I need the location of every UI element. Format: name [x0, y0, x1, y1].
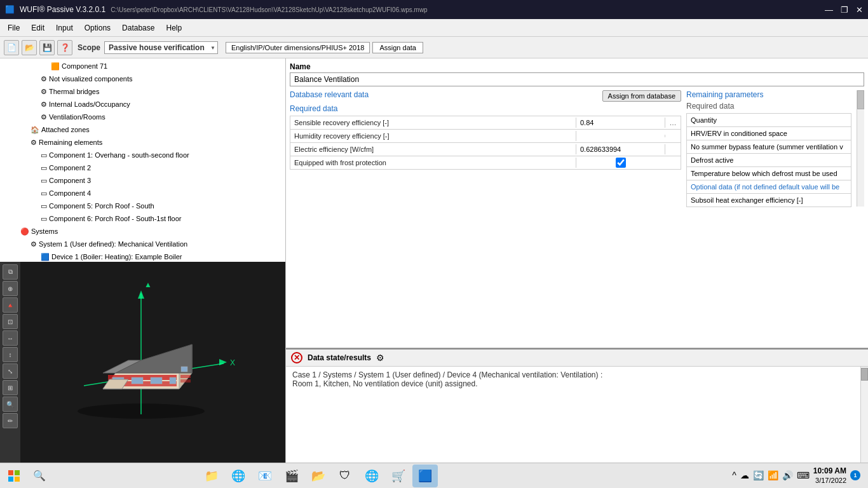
tree-item-5[interactable]: 🏠Attached zones	[0, 123, 285, 136]
left-panel: 🟧Component 71⚙Not visualized components⚙…	[0, 58, 286, 463]
tree-item-13[interactable]: 🔴Systems	[0, 225, 285, 238]
tree-item-15[interactable]: 🟦Device 1 (Boiler: Heating): Example Boi…	[0, 250, 285, 262]
tree-item-icon-9: ▭	[41, 177, 47, 185]
view-tool-9[interactable]: 🔍	[3, 396, 18, 412]
remaining-row-3: Defrost active	[686, 153, 851, 167]
tree-item-icon-8: ▭	[41, 164, 47, 172]
view-tool-3[interactable]: 🔺	[3, 297, 18, 313]
tree-item-label-15: Device 1 (Boiler: Heating): Example Boil…	[51, 253, 182, 261]
tree-item-2[interactable]: ⚙Thermal bridges	[0, 85, 285, 98]
system-tray-volume[interactable]: 🔊	[782, 470, 793, 480]
taskbar-app-folder2[interactable]: 📂	[306, 464, 331, 487]
remaining-row-0: Quantity	[686, 113, 851, 127]
toolbar-btn-save[interactable]: 💾	[39, 40, 55, 55]
maximize-btn[interactable]: ❐	[841, 5, 848, 15]
tree-item-14[interactable]: ⚙System 1 (User defined): Mechanical Ven…	[0, 238, 285, 250]
tree-item-icon-6: ⚙	[31, 139, 37, 147]
frost-checkbox[interactable]	[616, 158, 626, 168]
taskbar-clock[interactable]: 10:09 AM 3/17/2022	[813, 466, 846, 485]
toolbar-btn-new[interactable]: 📄	[4, 40, 19, 55]
system-tray-chevron[interactable]: ^	[732, 470, 736, 480]
menu-edit[interactable]: Edit	[26, 22, 50, 34]
toolbar-btn-open[interactable]: 📂	[22, 40, 37, 55]
system-tray-wifi[interactable]: 📶	[768, 470, 778, 480]
tree-item-label-2: Thermal bridges	[49, 88, 99, 95]
menu-options[interactable]: Options	[79, 22, 116, 34]
tree-item-4[interactable]: ⚙Ventilation/Rooms	[0, 111, 285, 123]
bottom-close-btn[interactable]: ✕	[291, 352, 302, 363]
tree-item-11[interactable]: ▭Component 5: Porch Roof - South	[0, 200, 285, 212]
tree-item-7[interactable]: ▭Component 1: Overhang - south-second fl…	[0, 149, 285, 161]
taskbar-app-store[interactable]: 🛒	[386, 464, 411, 487]
db-header-row: Database relevant data Assign from datab…	[290, 90, 681, 102]
view-tool-1[interactable]: ⧉	[3, 264, 18, 280]
taskbar-app-wufi[interactable]: 🟦	[412, 464, 438, 487]
remaining-row-5: Optional data (if not defined default va…	[686, 180, 851, 194]
tree-item-8[interactable]: ▭Component 2	[0, 161, 285, 174]
tree-item-icon-4: ⚙	[41, 113, 47, 121]
taskbar-start-btn[interactable]	[3, 466, 25, 486]
tree-item-10[interactable]: ▭Component 4	[0, 187, 285, 200]
field-action-0[interactable]: …	[665, 119, 681, 126]
bottom-title: Data state/results	[308, 353, 371, 362]
tree-item-label-3: Internal Loads/Occupancy	[49, 100, 130, 108]
taskbar-app-fileexplorer[interactable]: 📁	[199, 464, 224, 487]
menu-database[interactable]: Database	[117, 22, 159, 34]
view-tool-6[interactable]: ↕	[3, 347, 18, 362]
system-tray-refresh[interactable]: 🔄	[753, 470, 764, 480]
tree-item-0[interactable]: 🟧Component 71	[0, 60, 285, 72]
name-input[interactable]	[290, 72, 864, 86]
svg-text:▲: ▲	[144, 280, 152, 289]
tree-item-1[interactable]: ⚙Not visualized components	[0, 72, 285, 85]
full-right: Name Database relevant data Assign from …	[286, 58, 868, 463]
remaining-params-label: Remaining parameters	[686, 90, 851, 99]
field-label-2: Electric efficiency [W/cfm]	[290, 144, 576, 154]
tree-item-3[interactable]: ⚙Internal Loads/Occupancy	[0, 98, 285, 111]
toolbar: 📄 📂 💾 ❓ Scope Passive house verification…	[0, 37, 868, 58]
field-label-0: Sensible recovery efficiency [-]	[290, 118, 576, 128]
lang-button[interactable]: English/IP/Outer dimensions/PHIUS+ 2018	[226, 42, 370, 53]
scope-label: Scope	[78, 43, 100, 52]
menu-input[interactable]: Input	[51, 22, 78, 34]
menu-bar: File Edit Input Options Database Help	[0, 19, 868, 37]
view-tool-8[interactable]: ⊞	[3, 380, 18, 395]
taskbar-app-edge[interactable]: 🌐	[226, 464, 251, 487]
close-btn[interactable]: ✕	[856, 5, 863, 15]
bottom-header: ✕ Data state/results ⚙	[286, 349, 868, 367]
tree-item-icon-11: ▭	[41, 202, 47, 210]
toolbar-btn-help[interactable]: ❓	[57, 40, 72, 55]
tree-item-label-5: Attached zones	[41, 126, 90, 133]
bottom-scrollbar[interactable]	[860, 367, 868, 463]
view-tool-4[interactable]: ⊡	[3, 314, 18, 329]
bottom-gear-icon[interactable]: ⚙	[376, 353, 384, 363]
system-tray-cloud[interactable]: ☁	[740, 470, 749, 480]
assign-data-button[interactable]: Assign data	[372, 42, 423, 53]
remaining-required-label: Required data	[686, 102, 851, 111]
minimize-btn[interactable]: —	[825, 5, 833, 15]
field-row-3: Equipped with frost protection	[290, 156, 681, 170]
taskbar-app-security[interactable]: 🛡	[332, 464, 358, 487]
view-tool-2[interactable]: ⊕	[3, 281, 18, 296]
view-tool-10[interactable]: ✏	[3, 413, 18, 428]
tree-item-12[interactable]: ▭Component 6: Porch Roof - South-1st flo…	[0, 212, 285, 225]
tree-item-label-10: Component 4	[49, 189, 91, 197]
tree-item-9[interactable]: ▭Component 3	[0, 174, 285, 187]
svg-rect-14	[151, 377, 162, 384]
tree-item-icon-13: 🔴	[20, 227, 29, 236]
view-tool-7[interactable]: ⤡	[3, 363, 18, 379]
tree-area: 🟧Component 71⚙Not visualized components⚙…	[0, 58, 285, 262]
menu-help[interactable]: Help	[161, 22, 187, 34]
scope-dropdown[interactable]: Passive house verification	[104, 41, 218, 54]
assign-db-button[interactable]: Assign from database	[602, 90, 681, 102]
menu-file[interactable]: File	[3, 22, 25, 34]
taskbar-app-media[interactable]: 🎬	[279, 464, 304, 487]
system-tray-keyboard[interactable]: ⌨	[797, 470, 810, 480]
right-panel-scrollbar[interactable]	[857, 90, 864, 207]
taskbar-app-browser[interactable]: 🌐	[359, 464, 384, 487]
view-tool-5[interactable]: ↔	[3, 330, 18, 346]
notification-badge[interactable]: 1	[850, 470, 860, 480]
left-data: Database relevant data Assign from datab…	[290, 90, 681, 207]
taskbar-search-btn[interactable]: 🔍	[28, 466, 51, 486]
tree-item-6[interactable]: ⚙Remaining elements	[0, 136, 285, 149]
taskbar-app-mail[interactable]: 📧	[252, 464, 278, 487]
